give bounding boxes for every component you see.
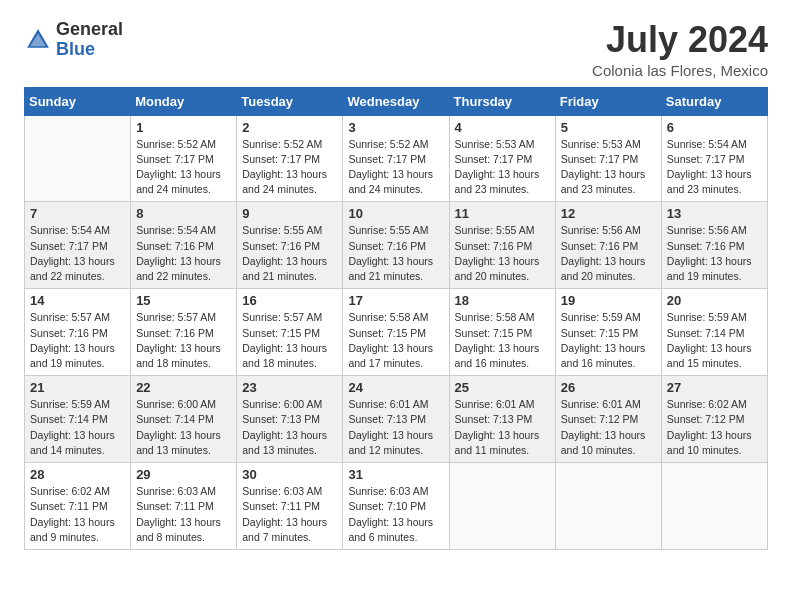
- day-info: Sunrise: 5:52 AM Sunset: 7:17 PM Dayligh…: [348, 137, 443, 198]
- table-row: 30Sunrise: 6:03 AM Sunset: 7:11 PM Dayli…: [237, 463, 343, 550]
- calendar-header-row: Sunday Monday Tuesday Wednesday Thursday…: [25, 87, 768, 115]
- table-row: [555, 463, 661, 550]
- day-info: Sunrise: 5:55 AM Sunset: 7:16 PM Dayligh…: [455, 223, 550, 284]
- table-row: 5Sunrise: 5:53 AM Sunset: 7:17 PM Daylig…: [555, 115, 661, 202]
- calendar-table: Sunday Monday Tuesday Wednesday Thursday…: [24, 87, 768, 550]
- day-number: 19: [561, 293, 656, 308]
- day-info: Sunrise: 5:57 AM Sunset: 7:15 PM Dayligh…: [242, 310, 337, 371]
- day-number: 14: [30, 293, 125, 308]
- day-number: 11: [455, 206, 550, 221]
- logo-icon: [24, 26, 52, 54]
- table-row: 18Sunrise: 5:58 AM Sunset: 7:15 PM Dayli…: [449, 289, 555, 376]
- table-row: 9Sunrise: 5:55 AM Sunset: 7:16 PM Daylig…: [237, 202, 343, 289]
- day-number: 21: [30, 380, 125, 395]
- day-info: Sunrise: 5:58 AM Sunset: 7:15 PM Dayligh…: [348, 310, 443, 371]
- location-subtitle: Colonia las Flores, Mexico: [592, 62, 768, 79]
- day-number: 22: [136, 380, 231, 395]
- table-row: 10Sunrise: 5:55 AM Sunset: 7:16 PM Dayli…: [343, 202, 449, 289]
- day-number: 16: [242, 293, 337, 308]
- col-friday: Friday: [555, 87, 661, 115]
- day-number: 4: [455, 120, 550, 135]
- day-info: Sunrise: 6:01 AM Sunset: 7:13 PM Dayligh…: [348, 397, 443, 458]
- table-row: 12Sunrise: 5:56 AM Sunset: 7:16 PM Dayli…: [555, 202, 661, 289]
- day-info: Sunrise: 6:02 AM Sunset: 7:11 PM Dayligh…: [30, 484, 125, 545]
- day-info: Sunrise: 5:59 AM Sunset: 7:15 PM Dayligh…: [561, 310, 656, 371]
- day-info: Sunrise: 6:03 AM Sunset: 7:11 PM Dayligh…: [136, 484, 231, 545]
- day-info: Sunrise: 6:02 AM Sunset: 7:12 PM Dayligh…: [667, 397, 762, 458]
- day-number: 6: [667, 120, 762, 135]
- day-number: 24: [348, 380, 443, 395]
- day-info: Sunrise: 5:53 AM Sunset: 7:17 PM Dayligh…: [561, 137, 656, 198]
- table-row: 16Sunrise: 5:57 AM Sunset: 7:15 PM Dayli…: [237, 289, 343, 376]
- day-number: 10: [348, 206, 443, 221]
- day-info: Sunrise: 5:57 AM Sunset: 7:16 PM Dayligh…: [136, 310, 231, 371]
- table-row: 24Sunrise: 6:01 AM Sunset: 7:13 PM Dayli…: [343, 376, 449, 463]
- day-info: Sunrise: 5:56 AM Sunset: 7:16 PM Dayligh…: [561, 223, 656, 284]
- table-row: [25, 115, 131, 202]
- day-info: Sunrise: 5:58 AM Sunset: 7:15 PM Dayligh…: [455, 310, 550, 371]
- day-info: Sunrise: 5:55 AM Sunset: 7:16 PM Dayligh…: [348, 223, 443, 284]
- calendar-week-row: 21Sunrise: 5:59 AM Sunset: 7:14 PM Dayli…: [25, 376, 768, 463]
- calendar-week-row: 14Sunrise: 5:57 AM Sunset: 7:16 PM Dayli…: [25, 289, 768, 376]
- day-info: Sunrise: 5:57 AM Sunset: 7:16 PM Dayligh…: [30, 310, 125, 371]
- table-row: 22Sunrise: 6:00 AM Sunset: 7:14 PM Dayli…: [131, 376, 237, 463]
- calendar-week-row: 1Sunrise: 5:52 AM Sunset: 7:17 PM Daylig…: [25, 115, 768, 202]
- col-sunday: Sunday: [25, 87, 131, 115]
- calendar-week-row: 7Sunrise: 5:54 AM Sunset: 7:17 PM Daylig…: [25, 202, 768, 289]
- table-row: 7Sunrise: 5:54 AM Sunset: 7:17 PM Daylig…: [25, 202, 131, 289]
- day-number: 7: [30, 206, 125, 221]
- table-row: 6Sunrise: 5:54 AM Sunset: 7:17 PM Daylig…: [661, 115, 767, 202]
- col-thursday: Thursday: [449, 87, 555, 115]
- day-number: 31: [348, 467, 443, 482]
- table-row: 26Sunrise: 6:01 AM Sunset: 7:12 PM Dayli…: [555, 376, 661, 463]
- day-info: Sunrise: 6:03 AM Sunset: 7:11 PM Dayligh…: [242, 484, 337, 545]
- day-number: 27: [667, 380, 762, 395]
- table-row: 1Sunrise: 5:52 AM Sunset: 7:17 PM Daylig…: [131, 115, 237, 202]
- table-row: 11Sunrise: 5:55 AM Sunset: 7:16 PM Dayli…: [449, 202, 555, 289]
- day-number: 3: [348, 120, 443, 135]
- day-number: 5: [561, 120, 656, 135]
- month-year-title: July 2024: [592, 20, 768, 60]
- day-number: 25: [455, 380, 550, 395]
- table-row: 20Sunrise: 5:59 AM Sunset: 7:14 PM Dayli…: [661, 289, 767, 376]
- table-row: 27Sunrise: 6:02 AM Sunset: 7:12 PM Dayli…: [661, 376, 767, 463]
- day-info: Sunrise: 5:59 AM Sunset: 7:14 PM Dayligh…: [30, 397, 125, 458]
- day-number: 9: [242, 206, 337, 221]
- day-info: Sunrise: 5:55 AM Sunset: 7:16 PM Dayligh…: [242, 223, 337, 284]
- day-number: 30: [242, 467, 337, 482]
- day-info: Sunrise: 5:59 AM Sunset: 7:14 PM Dayligh…: [667, 310, 762, 371]
- logo-general: General: [56, 20, 123, 40]
- day-number: 12: [561, 206, 656, 221]
- col-wednesday: Wednesday: [343, 87, 449, 115]
- table-row: 21Sunrise: 5:59 AM Sunset: 7:14 PM Dayli…: [25, 376, 131, 463]
- table-row: [449, 463, 555, 550]
- day-info: Sunrise: 6:00 AM Sunset: 7:13 PM Dayligh…: [242, 397, 337, 458]
- logo-text: General Blue: [56, 20, 123, 60]
- logo: General Blue: [24, 20, 123, 60]
- day-info: Sunrise: 5:52 AM Sunset: 7:17 PM Dayligh…: [242, 137, 337, 198]
- table-row: 19Sunrise: 5:59 AM Sunset: 7:15 PM Dayli…: [555, 289, 661, 376]
- day-info: Sunrise: 6:01 AM Sunset: 7:12 PM Dayligh…: [561, 397, 656, 458]
- table-row: 29Sunrise: 6:03 AM Sunset: 7:11 PM Dayli…: [131, 463, 237, 550]
- table-row: 3Sunrise: 5:52 AM Sunset: 7:17 PM Daylig…: [343, 115, 449, 202]
- day-info: Sunrise: 5:54 AM Sunset: 7:17 PM Dayligh…: [667, 137, 762, 198]
- table-row: 14Sunrise: 5:57 AM Sunset: 7:16 PM Dayli…: [25, 289, 131, 376]
- day-info: Sunrise: 5:54 AM Sunset: 7:17 PM Dayligh…: [30, 223, 125, 284]
- table-row: 13Sunrise: 5:56 AM Sunset: 7:16 PM Dayli…: [661, 202, 767, 289]
- table-row: 8Sunrise: 5:54 AM Sunset: 7:16 PM Daylig…: [131, 202, 237, 289]
- day-info: Sunrise: 6:00 AM Sunset: 7:14 PM Dayligh…: [136, 397, 231, 458]
- day-info: Sunrise: 5:54 AM Sunset: 7:16 PM Dayligh…: [136, 223, 231, 284]
- col-tuesday: Tuesday: [237, 87, 343, 115]
- table-row: 2Sunrise: 5:52 AM Sunset: 7:17 PM Daylig…: [237, 115, 343, 202]
- table-row: 17Sunrise: 5:58 AM Sunset: 7:15 PM Dayli…: [343, 289, 449, 376]
- day-number: 2: [242, 120, 337, 135]
- day-number: 17: [348, 293, 443, 308]
- day-info: Sunrise: 5:56 AM Sunset: 7:16 PM Dayligh…: [667, 223, 762, 284]
- day-info: Sunrise: 5:53 AM Sunset: 7:17 PM Dayligh…: [455, 137, 550, 198]
- page-header: General Blue July 2024 Colonia las Flore…: [24, 20, 768, 79]
- day-number: 28: [30, 467, 125, 482]
- day-number: 26: [561, 380, 656, 395]
- logo-blue: Blue: [56, 40, 123, 60]
- day-number: 13: [667, 206, 762, 221]
- day-number: 23: [242, 380, 337, 395]
